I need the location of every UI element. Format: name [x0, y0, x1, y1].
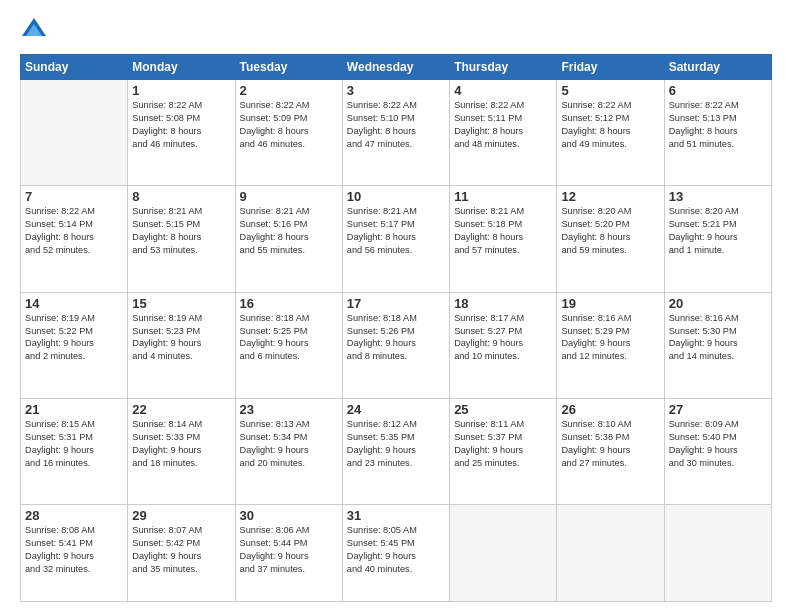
calendar-cell: 11Sunrise: 8:21 AM Sunset: 5:18 PM Dayli…: [450, 186, 557, 292]
day-info: Sunrise: 8:22 AM Sunset: 5:08 PM Dayligh…: [132, 99, 230, 151]
day-info: Sunrise: 8:11 AM Sunset: 5:37 PM Dayligh…: [454, 418, 552, 470]
day-number: 25: [454, 402, 552, 417]
day-info: Sunrise: 8:20 AM Sunset: 5:21 PM Dayligh…: [669, 205, 767, 257]
calendar-cell: 25Sunrise: 8:11 AM Sunset: 5:37 PM Dayli…: [450, 398, 557, 504]
day-number: 12: [561, 189, 659, 204]
calendar-cell: 3Sunrise: 8:22 AM Sunset: 5:10 PM Daylig…: [342, 80, 449, 186]
day-number: 26: [561, 402, 659, 417]
week-row-2: 7Sunrise: 8:22 AM Sunset: 5:14 PM Daylig…: [21, 186, 772, 292]
day-number: 3: [347, 83, 445, 98]
calendar-cell: 23Sunrise: 8:13 AM Sunset: 5:34 PM Dayli…: [235, 398, 342, 504]
calendar-cell: 22Sunrise: 8:14 AM Sunset: 5:33 PM Dayli…: [128, 398, 235, 504]
day-number: 30: [240, 508, 338, 523]
day-number: 10: [347, 189, 445, 204]
calendar-cell: 2Sunrise: 8:22 AM Sunset: 5:09 PM Daylig…: [235, 80, 342, 186]
weekday-header-tuesday: Tuesday: [235, 55, 342, 80]
day-number: 23: [240, 402, 338, 417]
day-number: 8: [132, 189, 230, 204]
calendar-cell: 10Sunrise: 8:21 AM Sunset: 5:17 PM Dayli…: [342, 186, 449, 292]
day-number: 31: [347, 508, 445, 523]
day-number: 1: [132, 83, 230, 98]
day-info: Sunrise: 8:05 AM Sunset: 5:45 PM Dayligh…: [347, 524, 445, 576]
header: [20, 16, 772, 44]
logo: [20, 16, 54, 44]
day-info: Sunrise: 8:08 AM Sunset: 5:41 PM Dayligh…: [25, 524, 123, 576]
calendar-cell: 12Sunrise: 8:20 AM Sunset: 5:20 PM Dayli…: [557, 186, 664, 292]
day-number: 19: [561, 296, 659, 311]
day-info: Sunrise: 8:17 AM Sunset: 5:27 PM Dayligh…: [454, 312, 552, 364]
calendar-cell: 24Sunrise: 8:12 AM Sunset: 5:35 PM Dayli…: [342, 398, 449, 504]
day-number: 4: [454, 83, 552, 98]
weekday-header-friday: Friday: [557, 55, 664, 80]
weekday-header-row: SundayMondayTuesdayWednesdayThursdayFrid…: [21, 55, 772, 80]
day-info: Sunrise: 8:06 AM Sunset: 5:44 PM Dayligh…: [240, 524, 338, 576]
calendar-cell: 16Sunrise: 8:18 AM Sunset: 5:25 PM Dayli…: [235, 292, 342, 398]
day-info: Sunrise: 8:18 AM Sunset: 5:25 PM Dayligh…: [240, 312, 338, 364]
day-info: Sunrise: 8:16 AM Sunset: 5:29 PM Dayligh…: [561, 312, 659, 364]
week-row-3: 14Sunrise: 8:19 AM Sunset: 5:22 PM Dayli…: [21, 292, 772, 398]
calendar-cell: 8Sunrise: 8:21 AM Sunset: 5:15 PM Daylig…: [128, 186, 235, 292]
day-info: Sunrise: 8:21 AM Sunset: 5:18 PM Dayligh…: [454, 205, 552, 257]
calendar-cell: 21Sunrise: 8:15 AM Sunset: 5:31 PM Dayli…: [21, 398, 128, 504]
day-info: Sunrise: 8:15 AM Sunset: 5:31 PM Dayligh…: [25, 418, 123, 470]
calendar-cell: 17Sunrise: 8:18 AM Sunset: 5:26 PM Dayli…: [342, 292, 449, 398]
day-number: 27: [669, 402, 767, 417]
day-number: 16: [240, 296, 338, 311]
week-row-5: 28Sunrise: 8:08 AM Sunset: 5:41 PM Dayli…: [21, 505, 772, 602]
day-number: 15: [132, 296, 230, 311]
calendar-cell: 7Sunrise: 8:22 AM Sunset: 5:14 PM Daylig…: [21, 186, 128, 292]
calendar-cell: 29Sunrise: 8:07 AM Sunset: 5:42 PM Dayli…: [128, 505, 235, 602]
calendar-cell: 19Sunrise: 8:16 AM Sunset: 5:29 PM Dayli…: [557, 292, 664, 398]
day-info: Sunrise: 8:22 AM Sunset: 5:11 PM Dayligh…: [454, 99, 552, 151]
day-info: Sunrise: 8:13 AM Sunset: 5:34 PM Dayligh…: [240, 418, 338, 470]
logo-icon: [20, 16, 48, 44]
day-number: 7: [25, 189, 123, 204]
day-info: Sunrise: 8:20 AM Sunset: 5:20 PM Dayligh…: [561, 205, 659, 257]
day-number: 9: [240, 189, 338, 204]
calendar-cell: 18Sunrise: 8:17 AM Sunset: 5:27 PM Dayli…: [450, 292, 557, 398]
day-number: 2: [240, 83, 338, 98]
calendar-cell: 20Sunrise: 8:16 AM Sunset: 5:30 PM Dayli…: [664, 292, 771, 398]
day-number: 22: [132, 402, 230, 417]
calendar-cell: 6Sunrise: 8:22 AM Sunset: 5:13 PM Daylig…: [664, 80, 771, 186]
calendar-page: SundayMondayTuesdayWednesdayThursdayFrid…: [0, 0, 792, 612]
day-info: Sunrise: 8:22 AM Sunset: 5:10 PM Dayligh…: [347, 99, 445, 151]
day-number: 21: [25, 402, 123, 417]
weekday-header-thursday: Thursday: [450, 55, 557, 80]
day-info: Sunrise: 8:19 AM Sunset: 5:23 PM Dayligh…: [132, 312, 230, 364]
calendar-cell: 9Sunrise: 8:21 AM Sunset: 5:16 PM Daylig…: [235, 186, 342, 292]
calendar-cell: [450, 505, 557, 602]
weekday-header-saturday: Saturday: [664, 55, 771, 80]
calendar-table: SundayMondayTuesdayWednesdayThursdayFrid…: [20, 54, 772, 602]
calendar-cell: 31Sunrise: 8:05 AM Sunset: 5:45 PM Dayli…: [342, 505, 449, 602]
day-info: Sunrise: 8:22 AM Sunset: 5:09 PM Dayligh…: [240, 99, 338, 151]
day-number: 11: [454, 189, 552, 204]
calendar-cell: [21, 80, 128, 186]
calendar-cell: 30Sunrise: 8:06 AM Sunset: 5:44 PM Dayli…: [235, 505, 342, 602]
day-number: 6: [669, 83, 767, 98]
day-number: 14: [25, 296, 123, 311]
day-info: Sunrise: 8:12 AM Sunset: 5:35 PM Dayligh…: [347, 418, 445, 470]
day-number: 20: [669, 296, 767, 311]
calendar-cell: 5Sunrise: 8:22 AM Sunset: 5:12 PM Daylig…: [557, 80, 664, 186]
day-info: Sunrise: 8:16 AM Sunset: 5:30 PM Dayligh…: [669, 312, 767, 364]
day-info: Sunrise: 8:22 AM Sunset: 5:14 PM Dayligh…: [25, 205, 123, 257]
weekday-header-sunday: Sunday: [21, 55, 128, 80]
week-row-4: 21Sunrise: 8:15 AM Sunset: 5:31 PM Dayli…: [21, 398, 772, 504]
calendar-cell: 13Sunrise: 8:20 AM Sunset: 5:21 PM Dayli…: [664, 186, 771, 292]
day-info: Sunrise: 8:07 AM Sunset: 5:42 PM Dayligh…: [132, 524, 230, 576]
day-info: Sunrise: 8:18 AM Sunset: 5:26 PM Dayligh…: [347, 312, 445, 364]
calendar-cell: 28Sunrise: 8:08 AM Sunset: 5:41 PM Dayli…: [21, 505, 128, 602]
day-info: Sunrise: 8:21 AM Sunset: 5:16 PM Dayligh…: [240, 205, 338, 257]
day-info: Sunrise: 8:22 AM Sunset: 5:13 PM Dayligh…: [669, 99, 767, 151]
day-number: 29: [132, 508, 230, 523]
calendar-cell: [557, 505, 664, 602]
day-info: Sunrise: 8:09 AM Sunset: 5:40 PM Dayligh…: [669, 418, 767, 470]
day-number: 18: [454, 296, 552, 311]
day-info: Sunrise: 8:21 AM Sunset: 5:17 PM Dayligh…: [347, 205, 445, 257]
day-info: Sunrise: 8:21 AM Sunset: 5:15 PM Dayligh…: [132, 205, 230, 257]
weekday-header-monday: Monday: [128, 55, 235, 80]
day-info: Sunrise: 8:10 AM Sunset: 5:38 PM Dayligh…: [561, 418, 659, 470]
day-info: Sunrise: 8:22 AM Sunset: 5:12 PM Dayligh…: [561, 99, 659, 151]
calendar-cell: 4Sunrise: 8:22 AM Sunset: 5:11 PM Daylig…: [450, 80, 557, 186]
